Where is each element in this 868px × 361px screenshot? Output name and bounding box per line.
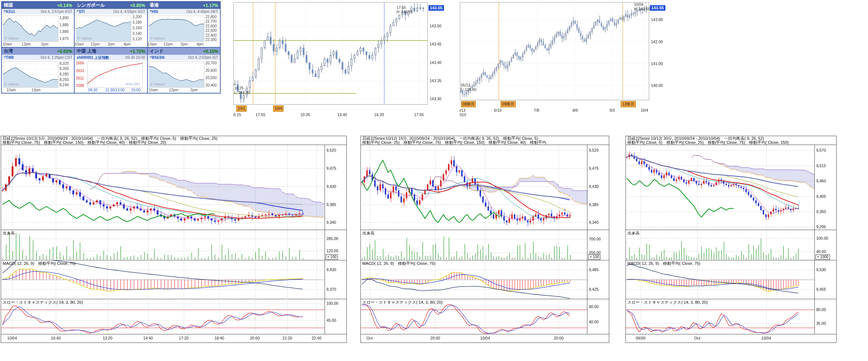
y-axis-label: 3,140	[132, 32, 142, 36]
tech-chart-15min[interactable]: 日経225mini 10/12( 15分, 2010/09/24 - 2010/…	[360, 136, 609, 343]
market-mini-chart[interactable]: 265626332611258809:3011:30/13:0015:00sin…	[75, 60, 147, 93]
stoch-axis-label: 45.00	[326, 318, 336, 323]
x-axis-label: 13:40	[337, 113, 347, 117]
y-axis-label: 1,885	[60, 23, 69, 27]
x-axis-label: 13:20	[103, 336, 112, 340]
chart-canvas[interactable]	[360, 136, 609, 343]
y-axis-label: 9,350	[816, 210, 826, 214]
chart-canvas[interactable]	[1, 136, 347, 343]
macd-panel-label: MACD( 12, 26, 9) 移動平均( Close, 75)	[362, 262, 435, 266]
x-axis-label: 15:00	[131, 88, 140, 92]
market-header: 台湾 +0.02%	[2, 48, 74, 55]
y-axis-label: 141.00	[651, 62, 663, 66]
volume-panel-label: 出来高	[3, 231, 15, 235]
market-mini-chart[interactable]: 22,80022,70022,60022,50022,40022,30010am…	[148, 14, 220, 47]
watermark: © Yahoo!	[77, 37, 92, 40]
x-axis-label: 4pm	[123, 43, 130, 46]
y-axis-label: 9,385	[326, 203, 336, 207]
x-axis-label: 12pm	[91, 43, 100, 46]
market-symbol-link[interactable]: ^HSI	[150, 10, 158, 14]
y-axis-label: 143.50	[430, 24, 441, 28]
y-axis-label: 9,520	[326, 148, 336, 152]
y-axis-label: 3,200	[132, 15, 142, 19]
chart-title-line2: 移動平均( Close, 25) 移動平均( Close, 75) 移動平均( …	[362, 141, 586, 145]
market-symbol-link[interactable]: ^TWII	[4, 55, 14, 60]
market-mini-chart[interactable]: 1,8901,8851,8801,87510am12pm2pm© Yahoo!	[2, 14, 74, 47]
market-panel-korea: 韓国 +0.14% ^KS11 Oct 4, 2:57pm KST 1,8901…	[2, 2, 74, 47]
market-mini-chart[interactable]: 8,3208,3008,2808,2608,24010am12pm© Yahoo…	[2, 60, 74, 93]
y-axis-label: 8,280	[60, 72, 69, 76]
x-axis-label: 21:20	[282, 336, 292, 340]
chart-canvas[interactable]	[625, 136, 837, 343]
macd-panel-label: MACD( 12, 26, 9) 移動平均( Close, 75)	[3, 262, 75, 266]
x-axis-label: 20:00	[430, 336, 440, 340]
x-axis-label: 8/6	[573, 108, 578, 112]
y-axis-label: 143.30	[430, 97, 441, 101]
x-axis-label: 20:00	[250, 336, 260, 340]
intraday-candlestick-chart[interactable]: 143.50143.45143.40143.35143.30143.5510/1…	[233, 1, 450, 119]
market-change-badge: +0.14%	[57, 3, 72, 8]
y-axis-label: 2633	[76, 69, 84, 73]
y-axis-label: 9,340	[589, 220, 599, 225]
macd-axis-label: 9,530	[816, 268, 826, 272]
x-axis-label: 10am	[75, 43, 84, 46]
daily-candlestick-chart[interactable]: 143.00142.00141.00140.00143.5508限月09限月12…	[460, 1, 671, 119]
macd-axis-label: 9,425	[589, 287, 599, 291]
x-axis-label: 10am	[149, 88, 158, 92]
y-axis-label: 20,400	[206, 84, 217, 87]
market-symbol-link[interactable]: sh000001 上证指数	[77, 55, 109, 60]
market-name: 中国 上海	[77, 48, 96, 54]
watermark: © Yahoo!	[4, 82, 19, 86]
volume-axis-label: 40.00	[816, 250, 826, 254]
market-mini-chart[interactable]: 20,70020,60020,50020,40010am12pm2pm© Yah…	[148, 60, 220, 93]
tech-chart-5min[interactable]: 日経225mini 10/12( 5分, 2010/09/29 - 2010/1…	[1, 136, 347, 343]
price-annotation: 05/13 L: 139.60	[461, 83, 477, 92]
watermark: © Yahoo!	[150, 82, 165, 86]
y-axis-label: 22,400	[206, 34, 217, 37]
y-axis-label: 142.00	[651, 40, 663, 44]
volume-axis-label: 120.00	[326, 249, 338, 253]
macd-axis-label: 9,485	[589, 268, 599, 272]
market-panel-india: インド +0.15% ^BSESN Oct 4, 2:02pm IST 20,7…	[148, 48, 220, 93]
market-name: インド	[150, 48, 164, 54]
x-axis-label: 10/04	[7, 336, 17, 340]
x-axis-label: 16:20	[374, 113, 384, 117]
y-axis-label: 22,600	[206, 24, 217, 28]
price-annotation: 17:55 H: 143.55	[397, 6, 413, 14]
y-axis-label: 1,890	[60, 16, 69, 20]
tech-chart-30min[interactable]: 日経225mini 10/12( 30分, 2010/09/24 - 2010/…	[625, 136, 837, 343]
y-axis-label: 2656	[76, 61, 84, 65]
x-axis-label: 10:35	[300, 113, 310, 117]
y-axis-label: 8,260	[60, 78, 69, 82]
market-timestamp: Oct 4, 2:02pm IST	[188, 55, 218, 60]
volume-axis-label: 285.00	[326, 237, 338, 241]
x-axis-label: 2pm	[41, 43, 48, 46]
price-annotation: 16:25 L: 143.30	[234, 86, 250, 95]
x-axis-label: 10am	[3, 43, 12, 46]
y-axis-label: 143.45	[430, 42, 441, 46]
y-axis-label: 1,880	[60, 30, 69, 34]
market-header: シンガポール +0.85%	[75, 2, 147, 9]
market-mini-chart[interactable]: 3,2003,1803,1603,1403,12010am12pm2pm4pm©…	[75, 14, 147, 47]
x-axis-label: 16:15	[233, 113, 241, 117]
x-axis-label: 7/8	[534, 108, 539, 112]
stoch-panel-label: スロー・ストキャスティクス( 14, 3, 80, 20)	[362, 300, 443, 304]
chart-canvas[interactable]	[233, 1, 450, 119]
market-symbol-link[interactable]: ^KS11	[4, 10, 15, 14]
x-axis-label: 18:40	[214, 336, 224, 340]
y-axis-label: 9,570	[816, 148, 826, 152]
stoch-panel-label: スロー・ストキャスティクス( 14, 3, 80, 20)	[627, 300, 708, 304]
x-axis-label: 22:40	[312, 336, 321, 340]
session-box: 12限月	[621, 101, 636, 107]
chart-title-line2: 移動平均( Close, 5) 移動平均( Close, 25) 移動平均( C…	[627, 141, 813, 145]
market-panel-hongkong: 香港 +1.17% ^HSI Oct 4, 4:40pm HKT 22,8002…	[148, 2, 220, 47]
market-symbol-link[interactable]: ^BSESN	[150, 55, 165, 60]
y-axis-label: 3,120	[132, 37, 142, 41]
stoch-axis-label: 35.00	[816, 321, 826, 325]
macd-axis-label: 9,455	[816, 287, 826, 291]
y-axis-label: 9,340	[326, 220, 336, 225]
chart-canvas[interactable]	[460, 1, 671, 119]
market-change-badge: +0.85%	[130, 3, 145, 8]
market-name: 香港	[150, 2, 159, 9]
market-symbol-link[interactable]: ^STI	[77, 10, 84, 14]
